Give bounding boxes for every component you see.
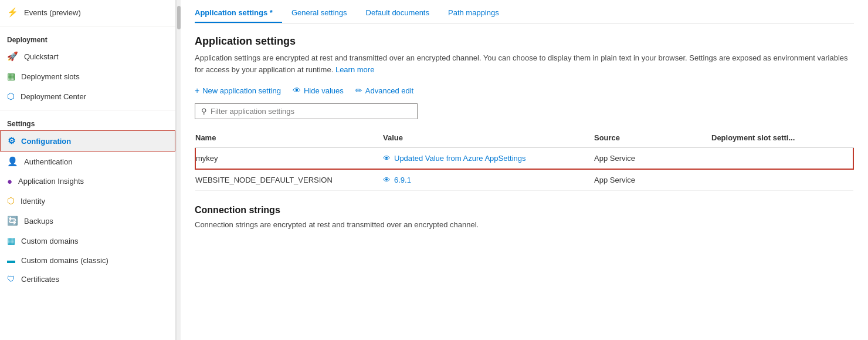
identity-icon: ⬡ xyxy=(7,196,15,206)
table-row[interactable]: WEBSITE_NODE_DEFAULT_VERSION 👁 6.9.1 App… xyxy=(195,169,853,191)
sidebar-item-certificates[interactable]: 🛡 Certificates xyxy=(0,270,175,288)
page-title: Application settings xyxy=(195,35,854,48)
col-header-value: Value xyxy=(383,129,594,147)
cell-value: 👁 Updated Value from Azure AppSettings xyxy=(383,147,594,169)
connection-strings-desc: Connection strings are encrypted at rest… xyxy=(195,220,854,229)
app-insights-icon: ● xyxy=(7,176,12,186)
configuration-icon: ⚙ xyxy=(8,136,15,146)
sidebar-item-label: Events (preview) xyxy=(24,8,81,17)
bolt-icon: ⚡ xyxy=(7,7,18,18)
pencil-icon: ✏ xyxy=(355,86,362,95)
sidebar-item-label: Backups xyxy=(24,217,53,225)
tab-modified-indicator: * xyxy=(267,8,273,17)
learn-more-link[interactable]: Learn more xyxy=(335,65,374,74)
cell-name: WEBSITE_NODE_DEFAULT_VERSION xyxy=(195,169,383,191)
deployment-center-icon: ⬡ xyxy=(7,91,15,102)
quickstart-icon: 🚀 xyxy=(7,51,18,62)
sidebar-item-events[interactable]: ⚡ Events (preview) xyxy=(0,2,175,22)
tab-path-mappings[interactable]: Path mappings xyxy=(448,2,508,23)
settings-table: Name Value Source Deployment slot setti.… xyxy=(195,129,854,191)
sidebar-item-quickstart[interactable]: 🚀 Quickstart xyxy=(0,46,175,66)
table-header-row: Name Value Source Deployment slot setti.… xyxy=(195,129,853,147)
deployment-slots-icon: ▦ xyxy=(7,71,15,82)
eye-masked-icon: 👁 xyxy=(383,154,391,163)
sidebar-item-deployment-slots[interactable]: ▦ Deployment slots xyxy=(0,66,175,86)
sidebar-item-label: Authentication xyxy=(24,157,72,166)
cell-deploy-slot xyxy=(711,169,853,191)
sidebar-item-deployment-center[interactable]: ⬡ Deployment Center xyxy=(0,86,175,106)
col-header-source: Source xyxy=(594,129,711,147)
sidebar-item-backups[interactable]: 🔄 Backups xyxy=(0,211,175,231)
certificates-icon: 🛡 xyxy=(7,274,15,284)
sidebar-item-custom-domains[interactable]: ▦ Custom domains xyxy=(0,231,175,251)
sidebar-item-label: Deployment Center xyxy=(21,92,86,101)
tabs-bar: Application settings * General settings … xyxy=(195,0,854,23)
backups-icon: 🔄 xyxy=(7,216,18,226)
sidebar-item-app-insights[interactable]: ● Application Insights xyxy=(0,171,175,191)
page-description: Application settings are encrypted at re… xyxy=(195,52,854,75)
sidebar-item-identity[interactable]: ⬡ Identity xyxy=(0,191,175,211)
sidebar-item-configuration[interactable]: ⚙ Configuration xyxy=(0,130,175,152)
custom-domains-icon: ▦ xyxy=(7,235,15,246)
hide-values-button[interactable]: 👁 Hide values xyxy=(293,86,344,95)
col-header-name: Name xyxy=(195,129,383,147)
eye-masked-icon-2: 👁 xyxy=(383,176,391,184)
sidebar-item-label: Application Insights xyxy=(18,177,84,186)
sidebar-item-label: Identity xyxy=(21,197,45,206)
scroll-track[interactable] xyxy=(176,0,181,340)
eye-icon: 👁 xyxy=(293,86,301,95)
sidebar-item-label: Custom domains xyxy=(21,237,79,245)
toolbar: + New application setting 👁 Hide values … xyxy=(195,86,854,95)
cell-name: mykey xyxy=(195,147,383,169)
scroll-thumb xyxy=(177,6,181,29)
cell-source: App Service xyxy=(594,147,711,169)
filter-input[interactable] xyxy=(211,107,411,116)
value-text: Updated Value from Azure AppSettings xyxy=(394,154,526,163)
tab-default-docs[interactable]: Default documents xyxy=(366,2,439,23)
custom-domains-classic-icon: ▬ xyxy=(7,255,15,265)
tab-app-settings[interactable]: Application settings * xyxy=(195,2,282,23)
table-row[interactable]: mykey 👁 Updated Value from Azure AppSett… xyxy=(195,147,853,169)
sidebar: ⚡ Events (preview) Deployment 🚀 Quicksta… xyxy=(0,0,176,340)
cell-deploy-slot xyxy=(711,147,853,169)
sidebar-divider xyxy=(0,26,175,26)
sidebar-item-label: Custom domains (classic) xyxy=(21,256,108,265)
col-header-deploy: Deployment slot setti... xyxy=(711,129,853,147)
value-text: 6.9.1 xyxy=(394,176,411,184)
sidebar-item-label: Quickstart xyxy=(24,52,59,61)
tab-general-settings[interactable]: General settings xyxy=(291,2,357,23)
deployment-section-label: Deployment xyxy=(0,30,175,46)
sidebar-item-label: Certificates xyxy=(21,275,59,284)
filter-icon: ⚲ xyxy=(201,107,207,116)
sidebar-divider-2 xyxy=(0,110,175,110)
advanced-edit-button[interactable]: ✏ Advanced edit xyxy=(355,86,413,95)
plus-icon: + xyxy=(195,86,199,95)
new-app-setting-button[interactable]: + New application setting xyxy=(195,86,281,95)
filter-box: ⚲ xyxy=(195,103,418,119)
sidebar-item-authentication[interactable]: 👤 Authentication xyxy=(0,152,175,171)
sidebar-item-label: Deployment slots xyxy=(21,72,80,81)
cell-value: 👁 6.9.1 xyxy=(383,169,594,191)
sidebar-item-custom-domains-classic[interactable]: ▬ Custom domains (classic) xyxy=(0,251,175,270)
connection-strings-title: Connection strings xyxy=(195,205,854,216)
sidebar-item-label: Configuration xyxy=(21,137,71,146)
settings-section-label: Settings xyxy=(0,114,175,130)
authentication-icon: 👤 xyxy=(7,156,18,167)
cell-source: App Service xyxy=(594,169,711,191)
main-content: Application settings * General settings … xyxy=(181,0,868,340)
